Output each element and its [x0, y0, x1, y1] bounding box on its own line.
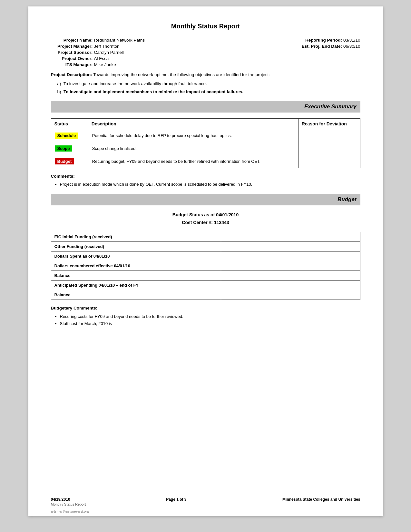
description-label: Project Description:: [51, 72, 92, 77]
end-date-row: Est. Proj. End Date: 06/30/10: [300, 44, 360, 49]
budget-value-eic: [221, 232, 360, 241]
budget-row-other: Other Funding (received): [51, 241, 360, 251]
budget-label-encumbered: Dollars encumbered effective 04/01/10: [51, 261, 221, 271]
budget-label-balance2: Balance: [51, 290, 221, 300]
project-sponsor-value: Carolyn Parnell: [94, 50, 124, 55]
budget-value-balance1: [221, 271, 360, 280]
budget-row-encumbered: Dollars encumbered effective 04/01/10: [51, 261, 360, 271]
budget-row-balance2: Balance: [51, 290, 360, 300]
deviation-cell-budget: [298, 155, 360, 168]
reporting-period-row: Reporting Period: 03/31/10: [300, 38, 360, 43]
page-title: Monthly Status Report: [51, 23, 360, 30]
status-cell-budget: Budget: [51, 155, 88, 168]
footer-bottom: Monthly Status Report: [51, 502, 360, 506]
budget-badge: Budget: [55, 158, 74, 164]
project-manager-value: Jeff Thornton: [94, 44, 120, 49]
project-name-row: Project Name: Redundant Network Paths: [51, 38, 145, 43]
budget-label-eic: EIC Initial Funding (received): [51, 232, 221, 241]
budgetary-comment-1: Recuring costs for FY09 and beyond needs…: [60, 313, 360, 320]
table-row: Budget Recurring budget, FY09 and beyond…: [51, 155, 360, 168]
project-owner-label: Project Owner:: [51, 56, 93, 61]
project-name-label: Project Name:: [51, 38, 93, 43]
executive-summary-header: Executive Summary: [51, 101, 360, 113]
status-col-header: Status: [51, 118, 88, 129]
objective-b: b) To investigate and implement mechanis…: [57, 89, 360, 95]
footer-top: 04/19/2010 Page 1 of 3 Minnesota State C…: [51, 497, 360, 502]
page-footer: 04/19/2010 Page 1 of 3 Minnesota State C…: [51, 495, 360, 506]
project-manager-label: Project Manager:: [51, 44, 93, 49]
footer-page: Page 1 of 3: [166, 497, 186, 502]
project-owner-value: Al Essa: [94, 56, 109, 61]
project-info-left: Project Name: Redundant Network Paths Pr…: [51, 38, 145, 67]
end-date-label: Est. Proj. End Date:: [300, 44, 342, 49]
description-cell-schedule: Potential for schedule delay due to RFP …: [88, 129, 298, 142]
reporting-period-label: Reporting Period:: [300, 38, 342, 43]
project-description: Project Description: Towards improving t…: [51, 72, 360, 78]
scope-badge: Scope: [55, 145, 72, 152]
description-cell-budget: Recurring budget, FY09 and beyond needs …: [88, 155, 298, 168]
status-cell-scope: Scope: [51, 142, 88, 155]
end-date-value: 06/30/10: [343, 44, 360, 49]
budget-value-anticipated: [221, 280, 360, 290]
budget-status-header: Budget Status as of 04/01/2010 Cost Cent…: [51, 211, 360, 227]
description-cell-scope: Scope change finalized.: [88, 142, 298, 155]
budget-row-balance1: Balance: [51, 271, 360, 280]
budgetary-comment-2: Staff cost for March, 2010 is: [60, 320, 360, 327]
budget-value-encumbered: [221, 261, 360, 271]
budget-row-eic: EIC Initial Funding (received): [51, 232, 360, 241]
page-container: Monthly Status Report Project Name: Redu…: [28, 6, 383, 516]
deviation-cell-scope: [298, 142, 360, 155]
budget-header: Budget: [51, 194, 360, 205]
reporting-period-value: 03/31/10: [343, 38, 360, 43]
budget-value-balance2: [221, 290, 360, 300]
budgetary-comments-label: Budgetary Comments:: [51, 306, 360, 310]
comment-item: Project is in execution mode which is do…: [60, 181, 360, 188]
table-row: Schedule Potential for schedule delay du…: [51, 129, 360, 142]
status-table: Status Description Reason for Deviation …: [51, 118, 360, 168]
project-info-right: Reporting Period: 03/31/10 Est. Proj. En…: [300, 38, 360, 67]
project-info: Project Name: Redundant Network Paths Pr…: [51, 38, 360, 67]
project-sponsor-row: Project Sponsor: Carolyn Parnell: [51, 50, 145, 55]
budget-label-spent: Dollars Spent as of 04/01/10: [51, 251, 221, 261]
budgetary-comments-section: Budgetary Comments: Recuring costs for F…: [51, 306, 360, 327]
comments-section: Comments: Project is in execution mode w…: [51, 174, 360, 188]
budget-table: EIC Initial Funding (received) Other Fun…: [51, 232, 360, 300]
budget-value-spent: [221, 251, 360, 261]
budget-row-spent: Dollars Spent as of 04/01/10: [51, 251, 360, 261]
its-manager-label: ITS Manager:: [51, 62, 93, 67]
description-text: Towards improving the network uptime, th…: [92, 72, 270, 77]
status-cell-schedule: Schedule: [51, 129, 88, 142]
comments-label: Comments:: [51, 174, 360, 179]
table-row: Scope Scope change finalized.: [51, 142, 360, 155]
its-manager-row: ITS Manager: Mike Janke: [51, 62, 145, 67]
budget-label-other: Other Funding (received): [51, 241, 221, 251]
deviation-cell-schedule: [298, 129, 360, 142]
budget-label-balance1: Balance: [51, 271, 221, 280]
footer-date: 04/19/2010: [51, 497, 70, 502]
project-manager-row: Project Manager: Jeff Thornton: [51, 44, 145, 49]
schedule-badge: Schedule: [55, 133, 78, 139]
its-manager-value: Mike Janke: [94, 62, 116, 67]
project-owner-row: Project Owner: Al Essa: [51, 56, 145, 61]
project-sponsor-label: Project Sponsor:: [51, 50, 93, 55]
budget-value-other: [221, 241, 360, 251]
objective-a: a) To investigate and increase the netwo…: [57, 81, 360, 87]
watermark: artsmarthasvineyard.org: [51, 509, 89, 513]
budget-row-anticipated: Anticipated Spending 04/01/10 – end of F…: [51, 280, 360, 290]
deviation-col-header: Reason for Deviation: [298, 118, 360, 129]
footer-org: Minnesota State Colleges and Universitie…: [282, 497, 360, 502]
description-col-header: Description: [88, 118, 298, 129]
footer-doc-type: Monthly Status Report: [51, 502, 86, 506]
budget-label-anticipated: Anticipated Spending 04/01/10 – end of F…: [51, 280, 221, 290]
project-name-value: Redundant Network Paths: [94, 38, 145, 43]
